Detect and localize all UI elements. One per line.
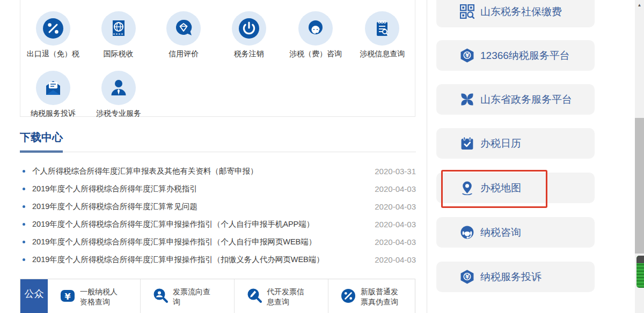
download-item-title[interactable]: 2019年度个人所得税综合所得年度汇算申报操作指引（扣缴义务人代办网页WEB端） [32,255,375,265]
download-list-item[interactable]: 2019年度个人所得税综合所得年度汇算申报操作指引（个人自行申报网页WEB端） … [20,233,416,251]
power-icon [232,11,266,46]
service-tax-deregistration[interactable]: 税务注销 [216,11,282,59]
credit-bubble-icon [166,11,201,46]
green-widget-cap [636,256,644,263]
download-list: 个人所得税综合所得年度汇算申报表及其他有关资料（邮寄申报） 2020-03-31… [20,162,416,269]
service-tax-fee-consult[interactable]: 涉税（费）咨询 [282,11,350,59]
services-grid-box: 出口退（免）税 国际税收 信用评价 税务注销 [20,0,415,117]
pinwheel-icon [460,92,474,107]
mail-complaint-icon [36,71,70,105]
pen-magnifier-icon [246,288,262,304]
download-list-item[interactable]: 2019年度个人所得税综合所得年度汇算申报操作指引（个人自行申报手机APP端） … [20,215,416,233]
download-item-title[interactable]: 2019年度个人所得税综合所得年度汇算办税指引 [32,184,375,194]
download-list-item[interactable]: 2019年度个人所得税综合所得年度汇算办税指引 2020-04-03 [20,180,416,198]
scrollbar-thumb[interactable] [635,118,644,254]
bullet-icon [23,188,25,190]
public-services-box: 公众 ¥ 一般纳税人资格查询 发票流向查询 代开发票信息查询 新版普通发票真伪查… [20,279,415,313]
cell-issued-invoice-info-query[interactable]: 代开发票信息查询 [235,279,328,313]
svg-text:¥: ¥ [465,52,470,58]
percent-circle-icon [340,288,356,304]
download-item-date: 2020-04-03 [375,202,416,211]
download-item-title[interactable]: 2019年度个人所得税综合所得年度汇算申报操作指引（个人自行申报手机APP端） [32,219,375,229]
sidebar-button-label: 山东省政务服务平台 [480,93,572,107]
service-professional-tax-service[interactable]: 涉税专业服务 [86,71,151,118]
download-item-date: 2020-04-03 [375,237,416,247]
sidebar-button-label: 办税日历 [480,137,521,151]
bullet-icon [23,258,25,261]
cell-label: 代开发票信息查询 [267,287,306,307]
bullet-icon [23,170,25,173]
sidebar-button-social-insurance[interactable]: 山东税务社保缴费 [436,0,595,27]
bullet-icon [23,241,25,243]
service-international-tax[interactable]: 国际税收 [86,11,151,59]
download-center-title: 下载中心 [20,130,63,145]
map-pin-icon [460,181,474,195]
content-sidebar-divider [427,0,427,313]
percent-icon [36,11,70,46]
public-services-tab[interactable]: 公众 [20,279,48,313]
download-item-date: 2020-03-31 [375,167,416,176]
tax-portal-page: 出口退（免）税 国际税收 信用评价 税务注销 [0,0,644,313]
download-item-date: 2020-04-03 [375,255,416,264]
service-export-tax-refund[interactable]: 出口退（免）税 [20,11,86,59]
cube-yuan-icon: ¥ [460,270,474,284]
sidebar-button-tax-calendar[interactable]: 办税日历 [436,128,595,159]
service-label: 出口退（免）税 [27,49,79,59]
bullet-icon [23,223,25,226]
cell-label: 一般纳税人资格查询 [80,287,120,307]
professional-person-icon [101,71,136,105]
cell-label: 新版普通发票真伪查询 [361,287,400,307]
services-row-2: 纳税服务投诉 涉税专业服务 [20,71,415,118]
service-label: 纳税服务投诉 [31,109,76,118]
cell-general-taxpayer-query[interactable]: ¥ 一般纳税人资格查询 [48,279,141,313]
download-item-title[interactable]: 个人所得税综合所得年度汇算申报表及其他有关资料（邮寄申报） [32,166,375,176]
service-tax-service-complaint[interactable]: 纳税服务投诉 [20,71,86,118]
cell-invoice-flow-query[interactable]: 发票流向查询 [141,279,235,313]
green-progress-widget [636,256,644,288]
globe-stamp-icon [101,11,136,46]
cube-yuan-icon: ¥ [460,48,474,63]
sidebar-button-label: 山东税务社保缴费 [480,5,562,19]
sidebar-button-label: 纳税咨询 [480,226,521,240]
cell-new-invoice-verification[interactable]: 新版普通发票真伪查询 [328,279,415,313]
calendar-check-icon [460,136,474,151]
sidebar-button-12366-platform[interactable]: ¥ 12366纳税服务平台 [436,40,595,71]
sidebar-button-label: 12366纳税服务平台 [480,49,570,63]
service-label: 税务注销 [234,49,264,59]
service-label: 涉税（费）咨询 [289,49,342,59]
yuan-badge-icon: ¥ [60,288,76,304]
consult-avatar-icon [298,11,333,46]
download-item-title[interactable]: 2019年度个人所得税综合所得年度汇算申报操作指引（个人自行申报网页WEB端） [32,237,375,247]
download-list-item[interactable]: 2019年度个人所得税综合所得年度汇算申报操作指引（扣缴义务人代办网页WEB端）… [20,251,416,269]
bullet-icon [23,205,25,208]
cell-label: 发票流向查询 [173,287,213,307]
service-label: 信用评价 [169,49,199,59]
services-row-1: 出口退（免）税 国际税收 信用评价 税务注销 [20,11,415,59]
qr-search-icon [460,4,474,19]
sidebar-button-tax-consult[interactable]: 纳税咨询 [436,217,595,248]
headset-consult-icon [460,225,474,240]
sidebar-button-service-complaint[interactable]: ¥ 纳税服务投诉 [436,262,595,292]
download-list-item[interactable]: 个人所得税综合所得年度汇算申报表及其他有关资料（邮寄申报） 2020-03-31 [20,162,416,180]
service-credit-evaluation[interactable]: 信用评价 [151,11,216,59]
service-label: 涉税专业服务 [96,109,141,118]
scroll-up-arrow-icon[interactable]: ▲ [635,1,644,9]
svg-text:¥: ¥ [64,292,70,302]
sidebar-button-tax-map[interactable]: 办税地图 [436,173,595,203]
sidebar-button-gov-service-platform[interactable]: 山东省政务服务平台 [436,84,595,115]
section-divider [20,152,416,152]
service-label: 涉税信息查询 [360,49,405,59]
notepad-search-icon [365,11,399,46]
service-tax-info-query[interactable]: 涉税信息查询 [349,11,415,59]
download-item-title[interactable]: 2019年度个人所得税综合所得年度汇算常见问题 [32,202,375,212]
service-label: 国际税收 [104,49,134,59]
svg-text:¥: ¥ [465,273,470,280]
download-item-date: 2020-04-03 [375,184,416,193]
sidebar-button-label: 纳税服务投诉 [480,270,541,284]
sidebar-button-label: 办税地图 [480,181,521,195]
download-list-item[interactable]: 2019年度个人所得税综合所得年度汇算常见问题 2020-04-03 [20,198,416,215]
person-magnifier-icon [152,288,169,304]
download-item-date: 2020-04-03 [375,220,416,229]
